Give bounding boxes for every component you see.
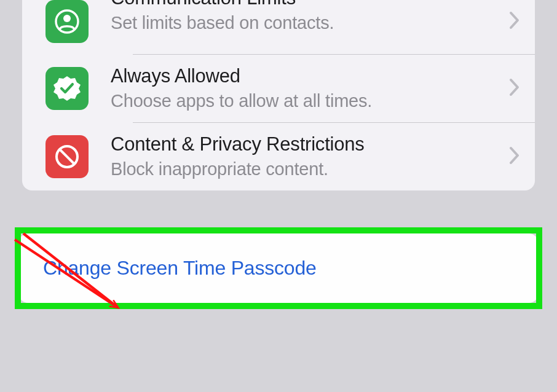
row-title: Always Allowed — [111, 65, 504, 87]
row-text: Communication Limits Set limits based on… — [111, 10, 504, 33]
change-passcode-section: Change Screen Time Passcode — [18, 233, 539, 303]
no-entry-icon — [45, 135, 89, 178]
row-text: Content & Privacy Restrictions Block ina… — [111, 133, 504, 179]
row-communication-limits[interactable]: Communication Limits Set limits based on… — [22, 0, 535, 54]
settings-group: Communication Limits Set limits based on… — [22, 0, 535, 190]
row-content-privacy[interactable]: Content & Privacy Restrictions Block ina… — [22, 122, 535, 190]
row-always-allowed[interactable]: Always Allowed Choose apps to allow at a… — [22, 54, 535, 122]
row-title: Communication Limits — [111, 0, 504, 9]
chevron-right-icon — [509, 78, 520, 99]
row-subtitle: Block inappropriate content. — [111, 159, 504, 179]
row-subtitle: Choose apps to allow at all times. — [111, 91, 504, 111]
chevron-right-icon — [509, 11, 520, 32]
verified-badge-icon — [45, 67, 89, 110]
row-subtitle: Set limits based on contacts. — [111, 13, 504, 33]
change-passcode-label: Change Screen Time Passcode — [43, 257, 317, 279]
row-title: Content & Privacy Restrictions — [111, 133, 504, 155]
person-circle-icon — [45, 0, 89, 43]
change-passcode-button[interactable]: Change Screen Time Passcode — [18, 233, 539, 303]
svg-point-1 — [63, 15, 71, 22]
row-text: Always Allowed Choose apps to allow at a… — [111, 65, 504, 111]
chevron-right-icon — [509, 146, 520, 167]
svg-line-3 — [60, 150, 74, 163]
